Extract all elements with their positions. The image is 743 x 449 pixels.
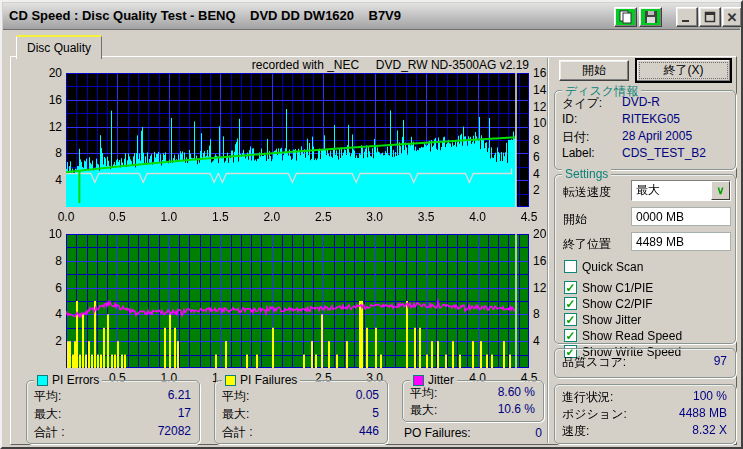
- checkbox-label: Show C1/PIE: [582, 281, 653, 295]
- title-bar[interactable]: CD Speed : Disc Quality Test - BENQ DVD …: [3, 3, 740, 30]
- axis-tick-label: 3.0: [360, 210, 390, 224]
- axis-tick-label: 16: [533, 66, 557, 80]
- axis-tick-label: 4.5: [514, 210, 544, 224]
- checkbox-label: Show Jitter: [582, 313, 641, 327]
- checkbox-label: Show Read Speed: [582, 329, 682, 343]
- stat-value: 17: [178, 406, 191, 423]
- progress-label: 進行状況:: [562, 389, 613, 406]
- progress-value: 100 %: [693, 389, 727, 406]
- disc-info-label: Label:: [562, 146, 595, 160]
- settings-title: Settings: [562, 167, 611, 181]
- end-pos-value: 4489 MB: [636, 235, 684, 249]
- speed-select[interactable]: 最大 ∨: [631, 180, 731, 201]
- tab-label: Disc Quality: [27, 41, 91, 55]
- stat-value: 6.21: [168, 388, 191, 405]
- position-value: 4488 MB: [679, 406, 727, 423]
- speed-select-value: 最大: [632, 181, 711, 200]
- axis-tick-label: 6: [34, 281, 62, 295]
- tab-disc-quality[interactable]: Disc Quality: [16, 35, 102, 59]
- axis-tick-label: 4: [34, 173, 62, 187]
- axis-tick-label: 16: [34, 93, 62, 107]
- axis-tick-label: 8: [34, 146, 62, 160]
- copy-button[interactable]: [614, 7, 637, 27]
- start-pos-field[interactable]: 0000 MB: [631, 207, 731, 226]
- save-icon: [644, 10, 658, 24]
- disc-info-label: 日付:: [562, 129, 589, 146]
- minimize-icon: [681, 11, 693, 23]
- minimize-button[interactable]: [676, 7, 698, 27]
- save-button[interactable]: [639, 7, 662, 27]
- checkbox-show-c2-pif[interactable]: ✓Show C2/PIF: [564, 296, 653, 311]
- checkbox-quick-scan[interactable]: Quick Scan: [564, 259, 643, 274]
- quality-score-label: 品質スコア:: [562, 354, 626, 371]
- checked-checkbox-icon[interactable]: ✓: [564, 313, 577, 326]
- axis-tick-label: 8: [34, 254, 62, 268]
- axis-tick-label: 12: [34, 120, 62, 134]
- po-failures-value: 0: [535, 426, 542, 440]
- window-title: CD Speed : Disc Quality Test - BENQ DVD …: [9, 8, 401, 23]
- axis-tick-label: 2: [34, 334, 62, 348]
- speed-value-label: 速度:: [562, 423, 589, 440]
- stat-value: 0.05: [356, 388, 379, 405]
- axis-tick-label: 0.5: [102, 210, 132, 224]
- axis-tick-label: 2.0: [257, 210, 287, 224]
- pi-failures-legend-swatch: [225, 375, 236, 386]
- close-icon: ✕: [727, 10, 738, 25]
- unchecked-checkbox-icon[interactable]: [564, 260, 577, 273]
- stat-value: 8.60 %: [498, 385, 535, 402]
- stat-label: 平均:: [410, 385, 437, 402]
- quality-score-value: 97: [714, 354, 727, 371]
- checkbox-show-c1-pie[interactable]: ✓Show C1/PIE: [564, 280, 653, 295]
- stat-label: 最大:: [34, 406, 61, 423]
- jitter-groupbox: Jitter 平均:8.60 % 最大:10.6 %: [402, 380, 544, 422]
- checkbox-label: Quick Scan: [582, 260, 643, 274]
- disc-info-value: DVD-R: [622, 95, 660, 109]
- end-pos-field[interactable]: 4489 MB: [631, 232, 731, 251]
- pi-failures-jitter-chart: [66, 234, 529, 368]
- axis-tick-label: 1.5: [205, 210, 235, 224]
- stat-label: 最大:: [410, 402, 437, 419]
- recorder-annotation: recorded with _NEC DVD_RW ND-3500AG v2.1…: [182, 58, 529, 72]
- axis-tick-label: 20: [34, 66, 62, 80]
- quality-score-groupbox: 品質スコア:97: [554, 348, 736, 378]
- copy-icon: [619, 10, 633, 24]
- pi-errors-groupbox: PI Errors 平均:6.21 最大:17 合計 :72082: [26, 380, 200, 444]
- axis-tick-label: 0.0: [51, 210, 81, 224]
- start-pos-label: 開始: [563, 211, 587, 228]
- progress-groupbox: 進行状況:100 % ポジション:4488 MB 速度:8.32 X: [554, 384, 736, 444]
- po-failures-row: PO Failures: 0: [404, 426, 542, 440]
- stat-label: 最大:: [222, 406, 249, 423]
- exit-button[interactable]: 終了(X): [636, 59, 731, 82]
- po-failures-label: PO Failures:: [404, 426, 471, 440]
- pi-failures-groupbox: PI Failures 平均:0.05 最大:5 合計 :446: [214, 380, 388, 444]
- checked-checkbox-icon[interactable]: ✓: [564, 297, 577, 310]
- position-label: ポジション:: [562, 406, 627, 423]
- maximize-icon: [704, 11, 716, 23]
- stat-value: 446: [359, 424, 379, 441]
- maximize-button[interactable]: [699, 7, 721, 27]
- disc-info-label: タイプ:: [562, 95, 602, 112]
- sidebar-divider: [547, 58, 549, 443]
- checkbox-show-jitter[interactable]: ✓Show Jitter: [564, 312, 641, 327]
- disc-info-value: RITEKG05: [622, 112, 680, 126]
- stat-value: 5: [372, 406, 379, 423]
- speed-value: 8.32 X: [692, 423, 727, 440]
- stat-value: 72082: [158, 424, 191, 441]
- checked-checkbox-icon[interactable]: ✓: [564, 329, 577, 342]
- axis-tick-label: 4: [34, 307, 62, 321]
- start-button[interactable]: 開始: [559, 60, 629, 81]
- start-button-label: 開始: [582, 62, 606, 79]
- pi-failures-title: PI Failures: [240, 373, 297, 387]
- checkbox-label: Show C2/PIF: [582, 297, 653, 311]
- disc-info-groupbox: ディスク情報 タイプ:DVD-R ID:RITEKG05 日付:28 April…: [554, 90, 736, 170]
- checkbox-show-read-speed[interactable]: ✓Show Read Speed: [564, 328, 682, 343]
- settings-groupbox: Settings 転送速度 最大 ∨ 開始 0000 MB 終了位置 4489 …: [554, 174, 736, 344]
- start-pos-value: 0000 MB: [636, 210, 684, 224]
- end-pos-label: 終了位置: [563, 236, 611, 253]
- checked-checkbox-icon[interactable]: ✓: [564, 281, 577, 294]
- chevron-down-icon[interactable]: ∨: [711, 181, 730, 200]
- axis-tick-label: 3.5: [411, 210, 441, 224]
- disc-info-value: CDS_TEST_B2: [622, 146, 706, 160]
- pi-errors-title: PI Errors: [52, 373, 99, 387]
- close-button[interactable]: ✕: [722, 7, 742, 27]
